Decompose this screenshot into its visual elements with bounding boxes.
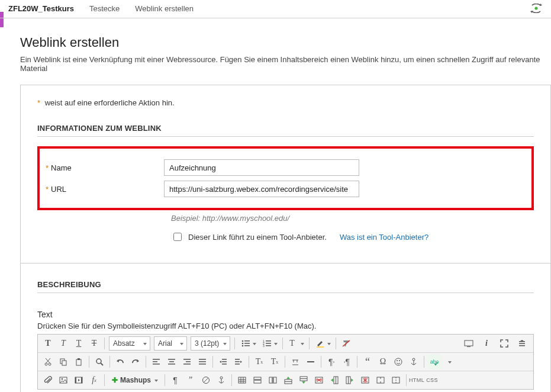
- quote-icon[interactable]: “: [360, 355, 375, 369]
- svg-rect-44: [199, 359, 206, 360]
- table-col-props-icon[interactable]: [266, 373, 280, 387]
- font-family-select[interactable]: Arial: [154, 336, 187, 351]
- section-description-title: BESCHREIBUNG: [37, 280, 534, 289]
- svg-rect-20: [519, 343, 525, 345]
- svg-rect-46: [199, 364, 206, 365]
- table-delete-row-icon[interactable]: [312, 373, 326, 387]
- collapse-toolbar-icon[interactable]: [515, 336, 529, 351]
- separator: [249, 356, 249, 368]
- divider: [37, 136, 534, 137]
- tool-provider-checkbox[interactable]: [173, 233, 182, 241]
- url-input[interactable]: [164, 181, 359, 197]
- svg-rect-47: [222, 359, 227, 360]
- divider: [21, 263, 550, 264]
- symbol-icon[interactable]: Ω: [376, 355, 390, 369]
- clear-formatting-icon[interactable]: [339, 336, 353, 351]
- separator: [357, 356, 357, 368]
- svg-marker-66: [78, 379, 80, 381]
- paste-icon[interactable]: [72, 355, 86, 369]
- indent-icon[interactable]: [231, 355, 246, 369]
- fullscreen-icon[interactable]: [497, 336, 511, 351]
- table-split-cells-icon[interactable]: [389, 373, 403, 387]
- css-view-icon[interactable]: CSS: [425, 373, 439, 387]
- separator: [406, 374, 407, 386]
- outdent-icon[interactable]: [216, 355, 230, 369]
- mashups-dropdown[interactable]: ✚Mashups: [108, 373, 161, 387]
- separator: [321, 356, 321, 368]
- undo-icon[interactable]: [113, 355, 127, 369]
- redo-icon[interactable]: [128, 355, 143, 369]
- align-left-icon[interactable]: [149, 355, 163, 369]
- align-justify-icon[interactable]: [195, 355, 210, 369]
- numbered-list-icon[interactable]: 123: [259, 336, 279, 351]
- show-nonprinting-icon[interactable]: ¶: [168, 373, 182, 387]
- insert-media-icon[interactable]: [72, 373, 86, 387]
- separator: [285, 356, 285, 368]
- table-insert-row-above-icon[interactable]: [281, 373, 295, 387]
- svg-rect-79: [272, 377, 274, 383]
- svg-marker-22: [520, 340, 524, 341]
- rtl-icon[interactable]: ‹¶: [340, 355, 354, 369]
- attach-file-icon[interactable]: [41, 373, 55, 387]
- bold-icon[interactable]: T: [41, 336, 55, 351]
- insert-image-icon[interactable]: [56, 373, 70, 387]
- name-input[interactable]: [164, 159, 359, 176]
- highlight-color-icon[interactable]: [312, 336, 333, 351]
- nbsp-icon[interactable]: [199, 373, 213, 387]
- svg-rect-18: [467, 346, 471, 347]
- font-size-select[interactable]: 3 (12pt): [191, 336, 230, 351]
- table-row-props-icon[interactable]: [250, 373, 265, 387]
- emoticon-icon[interactable]: [391, 355, 405, 369]
- insert-math-icon[interactable]: fx: [87, 373, 101, 387]
- subscript-icon[interactable]: Tx: [268, 355, 282, 369]
- separator: [424, 356, 424, 368]
- cut-icon[interactable]: [41, 355, 55, 369]
- bullet-list-icon[interactable]: [238, 336, 258, 351]
- table-delete-col-icon[interactable]: [358, 373, 372, 387]
- separator: [104, 374, 105, 386]
- paragraph-select[interactable]: Absatz: [109, 336, 150, 351]
- svg-rect-48: [222, 361, 227, 362]
- svg-point-7: [242, 345, 244, 347]
- strikethrough-icon[interactable]: T: [87, 336, 101, 351]
- table-insert-icon[interactable]: [235, 373, 249, 387]
- refresh-icon[interactable]: [530, 4, 543, 13]
- svg-rect-43: [183, 364, 191, 365]
- svg-line-68: [204, 378, 208, 383]
- text-color-icon[interactable]: T: [286, 336, 306, 351]
- underline-icon[interactable]: T: [72, 336, 86, 351]
- table-merge-cells-icon[interactable]: [373, 373, 388, 387]
- align-right-icon[interactable]: [180, 355, 194, 369]
- table-insert-row-below-icon[interactable]: [297, 373, 311, 387]
- breadcrumb-course[interactable]: ZFL20W_Testkurs: [8, 4, 74, 13]
- superscript-icon[interactable]: Tx: [252, 355, 266, 369]
- find-replace-icon[interactable]: [92, 355, 107, 369]
- separator: [309, 338, 310, 349]
- preview-icon[interactable]: [462, 336, 476, 351]
- align-center-icon[interactable]: [165, 355, 179, 369]
- tool-provider-help-link[interactable]: Was ist ein Tool-Anbieter?: [340, 233, 428, 242]
- svg-rect-37: [153, 364, 160, 365]
- spellcheck-icon[interactable]: abc✔: [427, 355, 442, 369]
- anchor2-icon[interactable]: [214, 373, 228, 387]
- svg-point-3: [242, 340, 244, 342]
- svg-rect-8: [244, 345, 250, 346]
- table-insert-col-right-icon[interactable]: [343, 373, 357, 387]
- html-view-icon[interactable]: HTML: [410, 373, 424, 387]
- breadcrumb-area[interactable]: Testecke: [89, 4, 120, 13]
- svg-rect-39: [169, 361, 174, 362]
- help-icon[interactable]: i: [479, 336, 494, 351]
- anchor-icon[interactable]: [407, 355, 421, 369]
- insert-line-icon[interactable]: [288, 355, 302, 369]
- tool-provider-row: Dieser Link führt zu einem Tool-Anbieter…: [171, 231, 534, 243]
- italic-icon[interactable]: T: [56, 336, 70, 351]
- separator: [234, 338, 235, 349]
- blockquote-icon[interactable]: ”: [183, 373, 198, 387]
- svg-point-23: [45, 363, 47, 365]
- horizontal-rule-icon[interactable]: [304, 355, 318, 369]
- spellcheck-options-icon[interactable]: [443, 355, 453, 369]
- ltr-icon[interactable]: ¶›: [324, 355, 339, 369]
- table-insert-col-left-icon[interactable]: [327, 373, 341, 387]
- tool-provider-label: Dieser Link führt zu einem Tool-Anbieter…: [188, 233, 327, 242]
- copy-icon[interactable]: [56, 355, 70, 369]
